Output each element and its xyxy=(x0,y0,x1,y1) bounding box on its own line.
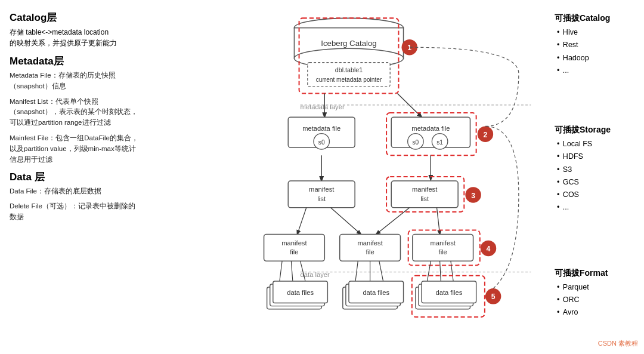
svg-rect-30 xyxy=(340,235,401,261)
badge-3: 3 xyxy=(471,192,475,200)
list-item: COS xyxy=(557,189,638,201)
catalog-desc: 存储 table<->metadata location的映射关系，并提供原子更… xyxy=(10,27,140,48)
svg-text:file: file xyxy=(290,248,298,256)
manifest-file-desc: Mainfest File：包含一组DataFile的集合，以及partitio… xyxy=(10,133,140,165)
metadata-file-desc: Metadata File：存储表的历史快照（snapshot）信息 xyxy=(10,70,140,92)
svg-rect-11 xyxy=(391,117,470,147)
right-storage-section: 可插拔Storage Local FS HDFS S3 GCS COS ... xyxy=(555,125,638,214)
data-file-desc: Data File：存储表的底层数据 xyxy=(10,186,140,197)
table-label: dbl.table1 xyxy=(335,66,363,73)
right-catalog-list: Hive Rest Hadoop ... xyxy=(555,26,638,77)
right-catalog-section: 可插拔Catalog Hive Rest Hadoop ... xyxy=(555,13,638,77)
catalog-label: Iceberg Catalog xyxy=(321,39,376,48)
list-item: Avro xyxy=(557,306,638,319)
list-item: S3 xyxy=(557,164,638,176)
delete-file-desc: Delete File（可选）：记录表中被删除的数据 xyxy=(10,201,140,223)
svg-rect-18 xyxy=(288,181,355,208)
svg-text:list: list xyxy=(317,195,326,202)
list-item: ... xyxy=(557,64,638,77)
list-item: ... xyxy=(557,201,638,214)
metadata-file-right: metadata file xyxy=(411,125,450,132)
data-files-left: data files xyxy=(287,289,314,296)
data-files-right: data files xyxy=(435,289,462,296)
list-item: Local FS xyxy=(557,138,638,150)
badge-1: 1 xyxy=(407,44,411,52)
manifest-file-center: manifest xyxy=(357,239,383,247)
data-title: Data 层 xyxy=(10,170,140,184)
page-container: Catalog层 存储 table<->metadata location的映射… xyxy=(0,0,644,354)
manifest-file-right: manifest xyxy=(431,239,456,247)
manifest-file-left: manifest xyxy=(281,239,307,247)
svg-line-8 xyxy=(397,94,422,118)
manifest-list-right: manifest xyxy=(412,186,438,193)
center-panel: Iceberg Catalog dbl.table1 current metad… xyxy=(149,0,549,354)
metadata-file-left: metadata file xyxy=(302,125,340,132)
right-storage-list: Local FS HDFS S3 GCS COS ... xyxy=(555,138,638,214)
architecture-diagram: Iceberg Catalog dbl.table1 current metad… xyxy=(149,5,549,354)
right-format-section: 可插拔Format Parquet ORC Avro xyxy=(555,268,638,319)
svg-line-24 xyxy=(298,208,306,235)
svg-rect-20 xyxy=(391,181,458,208)
right-format-list: Parquet ORC Avro xyxy=(555,281,638,319)
right-storage-title: 可插拔Storage xyxy=(555,125,638,136)
metadata-layer-label: metadata layer xyxy=(301,103,345,110)
list-item: ORC xyxy=(557,294,638,306)
s0-right: s0 xyxy=(413,139,419,146)
s0-left: s0 xyxy=(318,139,325,146)
svg-text:list: list xyxy=(420,195,429,202)
data-files-center: data files xyxy=(363,289,389,296)
svg-text:file: file xyxy=(366,248,374,256)
list-item: Hive xyxy=(557,26,638,39)
list-item: GCS xyxy=(557,176,638,189)
svg-rect-32 xyxy=(413,235,473,261)
manifest-list-desc: Manifest List：代表单个快照（snapshot），表示表的某个时刻状… xyxy=(10,97,140,128)
list-item: Parquet xyxy=(557,281,638,294)
badge-4: 4 xyxy=(487,245,491,253)
catalog-title: Catalog层 xyxy=(10,11,140,24)
s1-right: s1 xyxy=(436,139,443,146)
svg-rect-28 xyxy=(264,235,325,261)
svg-line-25 xyxy=(330,208,361,235)
left-panel: Catalog层 存储 table<->metadata location的映射… xyxy=(0,0,149,354)
pointer-label: current metadata pointer xyxy=(316,76,382,83)
manifest-list-left: manifest xyxy=(309,186,335,193)
right-format-title: 可插拔Format xyxy=(555,268,638,279)
list-item: HDFS xyxy=(557,150,638,163)
right-catalog-title: 可插拔Catalog xyxy=(555,13,638,24)
right-panel: 可插拔Catalog Hive Rest Hadoop ... 可插拔Stora… xyxy=(549,0,644,354)
list-item: Rest xyxy=(557,39,638,51)
watermark: CSDN 素教程 xyxy=(598,339,638,348)
badge-2: 2 xyxy=(484,131,488,139)
badge-5: 5 xyxy=(491,293,496,301)
metadata-title: Metadata层 xyxy=(10,54,140,68)
svg-text:file: file xyxy=(439,248,447,256)
list-item: Hadoop xyxy=(557,52,638,64)
